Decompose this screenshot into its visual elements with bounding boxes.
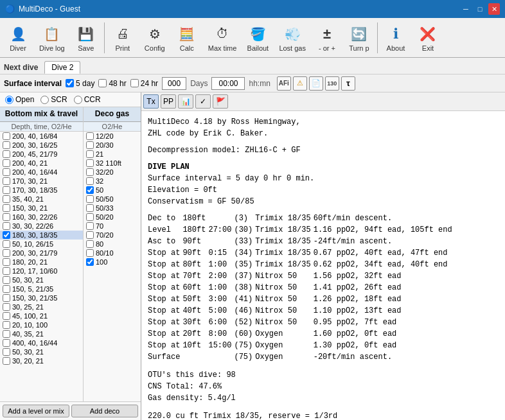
list-item[interactable]: 100 xyxy=(84,258,141,267)
right-panel: Tx PP 📊 ✓ 🚩 MultiDeco 4.18 by Ross Hemin… xyxy=(141,92,505,420)
list-item[interactable]: 20/30 xyxy=(84,141,141,150)
list-item[interactable]: 20, 10, 100 xyxy=(0,320,83,329)
list-item[interactable]: 45, 100, 21 xyxy=(0,311,83,320)
tab-dive2[interactable]: Dive 2 xyxy=(44,61,80,74)
list-item[interactable]: 150, 30, 21 xyxy=(0,204,83,213)
list-item[interactable]: 80 xyxy=(84,240,141,249)
list-item[interactable]: 150, 30, 21/35 xyxy=(0,293,83,302)
minus-or-plus-icon: ± xyxy=(317,24,337,44)
list-item[interactable]: 32/20 xyxy=(84,168,141,177)
list-item[interactable]: 70/20 xyxy=(84,231,141,240)
ccr-mode-radio[interactable] xyxy=(74,96,82,104)
turn-p-button[interactable]: 🔄 Turn p xyxy=(344,20,375,56)
si-icon-afi[interactable]: AFi xyxy=(277,76,291,91)
flag-view-button[interactable]: 🚩 xyxy=(213,94,228,109)
24hr-checkbox-label[interactable]: 24 hr xyxy=(130,79,158,88)
list-item[interactable]: 32 110ft xyxy=(84,159,141,168)
pp-view-button[interactable]: PP xyxy=(161,94,176,109)
open-mode-radio[interactable] xyxy=(5,96,13,104)
list-item[interactable]: 32 xyxy=(84,177,141,186)
about-button[interactable]: ℹ About xyxy=(380,20,411,56)
list-item[interactable]: 30, 25, 21 xyxy=(0,302,83,311)
cell-action: Stop at xyxy=(148,293,182,305)
list-item[interactable]: 50, 10, 26/15 xyxy=(0,240,83,249)
lost-gas-button[interactable]: 💨 Lost gas xyxy=(274,20,310,56)
48hr-checkbox[interactable] xyxy=(98,79,107,87)
bailout-button[interactable]: 🪣 Bailout xyxy=(242,20,273,56)
list-item[interactable]: 80/10 xyxy=(84,249,141,258)
list-item[interactable]: 400, 40, 16/44 xyxy=(0,338,83,347)
minimize-button[interactable]: ─ xyxy=(460,3,472,15)
add-deco-button[interactable]: Add deco xyxy=(71,405,138,417)
minus-or-plus-button[interactable]: ± - or + xyxy=(312,20,342,56)
config-button[interactable]: ⚙ Config xyxy=(139,20,170,56)
list-item[interactable]: 21 xyxy=(84,150,141,159)
dive-log-button[interactable]: 📋 Dive log xyxy=(35,20,69,56)
list-item[interactable]: 200, 40, 21 xyxy=(0,159,83,168)
list-item[interactable]: 50 xyxy=(84,186,141,195)
maximize-button[interactable]: □ xyxy=(474,3,486,15)
max-time-button[interactable]: ⏱ Max time xyxy=(204,20,242,56)
cell-action: Stop at xyxy=(148,305,182,317)
si-icon-warning[interactable]: ⚠ xyxy=(293,76,307,91)
list-item[interactable]: 50, 30, 21 xyxy=(0,276,83,284)
list-item[interactable]: 50/33 xyxy=(84,204,141,213)
list-item[interactable]: 50/50 xyxy=(84,195,141,204)
time-input[interactable] xyxy=(211,77,245,90)
table-row: Stop at 90ft 0:15 (34) Trimix 18/35 0.67… xyxy=(148,247,455,259)
list-item[interactable]: 30, 20, 21 xyxy=(0,356,83,365)
list-item[interactable]: 200, 45, 21/79 xyxy=(0,150,83,159)
add-mix-button[interactable]: Add a level or mix xyxy=(3,405,69,417)
list-item[interactable]: 50, 30, 21 xyxy=(0,347,83,356)
cell-runtime: (33) xyxy=(234,236,255,247)
cell-depth: 60ft xyxy=(182,282,208,293)
right-toolbar: Tx PP 📊 ✓ 🚩 xyxy=(141,92,505,111)
table-row: Stop at 70ft 2:00 (37) Nitrox 50 1.56 pp… xyxy=(148,270,455,282)
check-view-button[interactable]: ✓ xyxy=(195,94,211,109)
print-button[interactable]: 🖨 Print xyxy=(107,20,138,56)
close-button[interactable]: ✕ xyxy=(488,3,500,15)
list-item[interactable]: 170, 30, 21 xyxy=(0,177,83,186)
list-item[interactable]: 200, 40, 16/44 xyxy=(0,168,83,177)
list-item[interactable]: 200, 40, 16/84 xyxy=(0,132,83,141)
table-row: Asc to 90ft (33) Trimix 18/35 -24ft/min … xyxy=(148,236,455,247)
list-item[interactable]: 70 xyxy=(84,222,141,231)
exit-button[interactable]: ❌ Exit xyxy=(412,20,443,56)
list-item[interactable]: 12/20 xyxy=(84,132,141,141)
24hr-checkbox[interactable] xyxy=(130,79,139,87)
list-item[interactable]: 35, 40, 21 xyxy=(0,195,83,204)
5day-checkbox-label[interactable]: 5 day xyxy=(66,79,94,88)
list-item[interactable]: 180, 20, 21 xyxy=(0,258,83,267)
48hr-checkbox-label[interactable]: 48 hr xyxy=(98,79,126,88)
list-item[interactable]: 120, 17, 10/60 xyxy=(0,267,83,276)
list-item[interactable]: 40, 35, 21 xyxy=(0,329,83,338)
list-item[interactable]: 180, 30, 18/35 xyxy=(0,231,83,240)
check-view-icon: ✓ xyxy=(200,97,206,106)
si-icon-info[interactable]: 📄 xyxy=(309,76,323,91)
toolbar-separator-2 xyxy=(377,22,378,53)
deco-gas-header: Deco gas xyxy=(84,107,141,122)
5day-checkbox[interactable] xyxy=(66,79,74,87)
save-button[interactable]: 💾 Save xyxy=(71,20,102,56)
list-item[interactable]: 170, 30, 18/35 xyxy=(0,186,83,195)
scr-mode-radio[interactable] xyxy=(40,96,49,104)
scr-mode-label[interactable]: SCR xyxy=(40,95,67,104)
list-item[interactable]: 200, 30, 21/79 xyxy=(0,249,83,258)
list-item[interactable]: 50/20 xyxy=(84,213,141,222)
calc-button[interactable]: 🧮 Calc xyxy=(172,20,202,56)
diver-button[interactable]: 👤 Diver xyxy=(3,20,33,56)
days-input[interactable] xyxy=(162,77,186,90)
list-item[interactable]: 150, 5, 21/35 xyxy=(0,284,83,293)
chart-view-button[interactable]: 📊 xyxy=(178,94,193,109)
si-icon-130[interactable]: 130 xyxy=(325,76,339,91)
list-item[interactable]: 30, 30, 22/26 xyxy=(0,222,83,231)
dive-log-icon: 📋 xyxy=(42,24,62,44)
si-icon-tau[interactable]: τ xyxy=(341,76,355,91)
list-item[interactable]: 160, 30, 22/26 xyxy=(0,213,83,222)
list-item[interactable]: 200, 30, 16/25 xyxy=(0,141,83,150)
cell-runtime: (75) xyxy=(234,351,255,363)
calc-label: Calc xyxy=(180,44,194,52)
text-view-button[interactable]: Tx xyxy=(143,94,159,109)
open-mode-label[interactable]: Open xyxy=(5,95,34,104)
ccr-mode-label[interactable]: CCR xyxy=(74,95,101,104)
